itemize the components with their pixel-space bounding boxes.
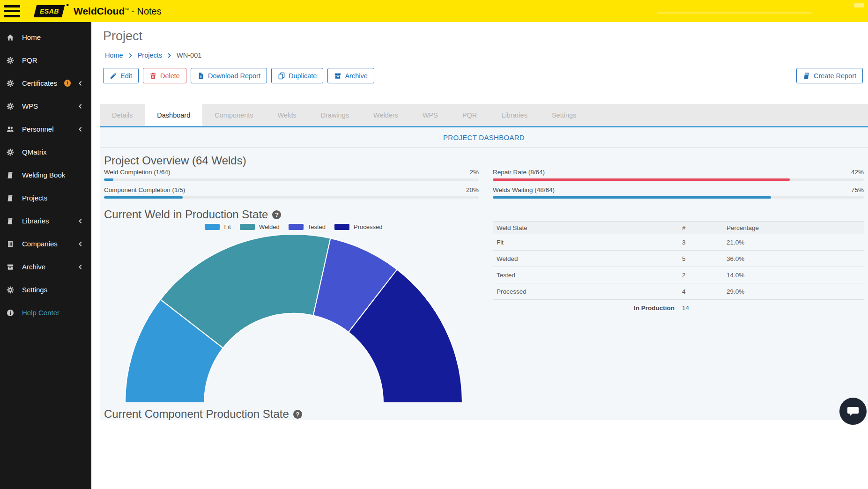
progress-label: Weld Completion (1/64) — [104, 169, 171, 177]
tab-components[interactable]: Components — [202, 104, 265, 126]
sidebar-item-pqr[interactable]: PQR — [0, 49, 91, 72]
column-header: Weld State — [493, 222, 678, 234]
chevron-left-icon — [77, 80, 84, 87]
in-production-value: 14 — [678, 300, 723, 316]
sidebar-item-label: Home — [22, 33, 41, 41]
tab-dashboard[interactable]: Dashboard — [145, 104, 202, 126]
tab-wps[interactable]: WPS — [410, 104, 450, 126]
legend-swatch — [289, 224, 304, 230]
tab-welds[interactable]: Welds — [265, 104, 308, 126]
sidebar-item-label: Help Center — [22, 309, 59, 317]
archive-icon — [334, 72, 341, 80]
help-icon[interactable]: ? — [272, 210, 281, 219]
chevron-left-icon — [77, 263, 84, 271]
sidebar-item-label: WPS — [22, 102, 38, 110]
tab-drawings[interactable]: Drawings — [309, 104, 361, 126]
hamburger-menu-icon[interactable] — [4, 5, 20, 17]
app-title: WeldCloud™ - Notes — [74, 6, 162, 17]
sidebar-item-personnel[interactable]: Personnel — [0, 118, 91, 141]
building-icon — [7, 240, 16, 248]
legend-label: Processed — [354, 223, 382, 230]
file-download-icon — [197, 72, 205, 80]
cell-count: 2 — [678, 267, 723, 283]
progress-track — [493, 178, 864, 181]
cell-state: Welded — [493, 251, 678, 267]
progress-column-left: Weld Completion (1/64)2%Component Comple… — [104, 169, 479, 204]
breadcrumb-wn-001: WN-001 — [177, 52, 201, 59]
edit-button[interactable]: Edit — [103, 68, 139, 83]
gear-icon — [7, 286, 16, 294]
sidebar-item-label: Certificates — [22, 79, 57, 87]
progress-fill — [493, 178, 790, 181]
alert-badge: ! — [64, 80, 71, 87]
legend-item-fit: Fit — [205, 223, 230, 230]
progress-label: Repair Rate (8/64) — [493, 169, 545, 177]
book-icon — [803, 72, 810, 80]
column-header: # — [678, 222, 723, 234]
sidebar-item-help-center[interactable]: Help Center — [0, 301, 91, 324]
weld-state-table: Weld State#PercentageFit321.0%Welded536.… — [493, 221, 864, 316]
tab-details[interactable]: Details — [100, 104, 145, 126]
progress-value: 20% — [466, 186, 479, 194]
breadcrumb-home[interactable]: Home — [105, 52, 123, 59]
legend-label: Tested — [308, 223, 326, 230]
legend-swatch — [334, 224, 349, 230]
tab-libraries[interactable]: Libraries — [489, 104, 540, 126]
sidebar-item-libraries[interactable]: Libraries — [0, 209, 91, 232]
overview-heading: Project Overview (64 Welds) — [104, 154, 246, 167]
button-label: Duplicate — [289, 72, 317, 80]
progress-label: Component Completion (1/5) — [104, 186, 185, 194]
legend-item-welded: Welded — [240, 223, 280, 230]
info-icon — [7, 309, 16, 317]
sidebar-item-settings[interactable]: Settings — [0, 278, 91, 301]
gear-icon — [7, 103, 16, 110]
table-row-fit: Fit321.0% — [493, 234, 864, 251]
sidebar-item-welding-book[interactable]: Welding Book — [0, 163, 91, 186]
sidebar-item-label: PQR — [22, 56, 37, 64]
delete-button[interactable]: Delete — [143, 68, 186, 83]
create-report-button[interactable]: Create Report — [796, 68, 863, 83]
cell-state: Tested — [493, 267, 678, 283]
tab-welders[interactable]: Welders — [361, 104, 410, 126]
sidebar-item-projects[interactable]: Projects — [0, 186, 91, 209]
sidebar-nav: HomePQRCertificates!WPSPersonnelQMatrixW… — [0, 22, 91, 489]
sidebar-item-label: Archive — [22, 263, 45, 271]
tab-settings[interactable]: Settings — [540, 104, 588, 126]
topbar-glare — [657, 12, 812, 14]
dashboard-banner: PROJECT DASHBOARD — [100, 127, 868, 148]
chevron-right-icon — [166, 52, 172, 59]
table-row-tested: Tested214.0% — [493, 267, 864, 283]
button-label: Archive — [345, 72, 367, 80]
sidebar-item-certificates[interactable]: Certificates! — [0, 72, 91, 95]
sidebar-item-archive[interactable]: Archive — [0, 255, 91, 278]
trash-icon — [149, 72, 157, 80]
progress-fill — [104, 196, 183, 199]
sidebar-item-wps[interactable]: WPS — [0, 95, 91, 118]
action-button-row: EditDeleteDownload ReportDuplicateArchiv… — [103, 68, 374, 83]
sidebar-item-qmatrix[interactable]: QMatrix — [0, 141, 91, 163]
duplicate-button[interactable]: Duplicate — [271, 68, 323, 83]
tab-pqr[interactable]: PQR — [450, 104, 489, 126]
legend-label: Welded — [259, 223, 280, 230]
sidebar-item-label: QMatrix — [22, 148, 47, 156]
cell-percentage: 29.0% — [723, 283, 864, 300]
sidebar-item-label: Companies — [22, 240, 58, 248]
in-production-label: In Production — [493, 300, 678, 316]
cell-state: Fit — [493, 234, 678, 251]
cell-empty — [723, 300, 864, 316]
sidebar-item-companies[interactable]: Companies — [0, 232, 91, 255]
download-report-button[interactable]: Download Report — [191, 68, 267, 83]
progress-column-right: Repair Rate (8/64)42%Welds Waiting (48/6… — [493, 169, 864, 204]
progress-track — [104, 196, 479, 199]
progress-value: 42% — [851, 169, 864, 177]
progress-track — [493, 196, 864, 199]
chat-widget-button[interactable] — [839, 398, 867, 425]
breadcrumb-projects[interactable]: Projects — [138, 52, 162, 59]
edit-icon — [110, 72, 117, 80]
sidebar-item-home[interactable]: Home — [0, 26, 91, 49]
page-title: Project — [103, 29, 142, 44]
legend-swatch — [205, 224, 220, 230]
archive-button[interactable]: Archive — [327, 68, 374, 83]
help-icon[interactable]: ? — [293, 410, 302, 419]
legend-label: Fit — [224, 223, 230, 230]
